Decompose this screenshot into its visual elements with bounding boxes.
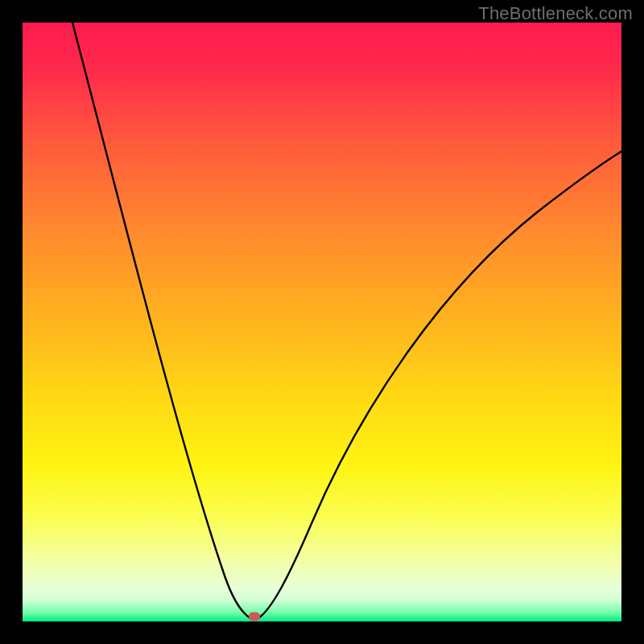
optimal-point-marker <box>249 613 260 621</box>
chart-container: TheBottleneck.com <box>0 0 644 644</box>
watermark-text: TheBottleneck.com <box>478 3 633 24</box>
bottleneck-curve <box>23 23 621 621</box>
plot-area <box>23 23 621 621</box>
